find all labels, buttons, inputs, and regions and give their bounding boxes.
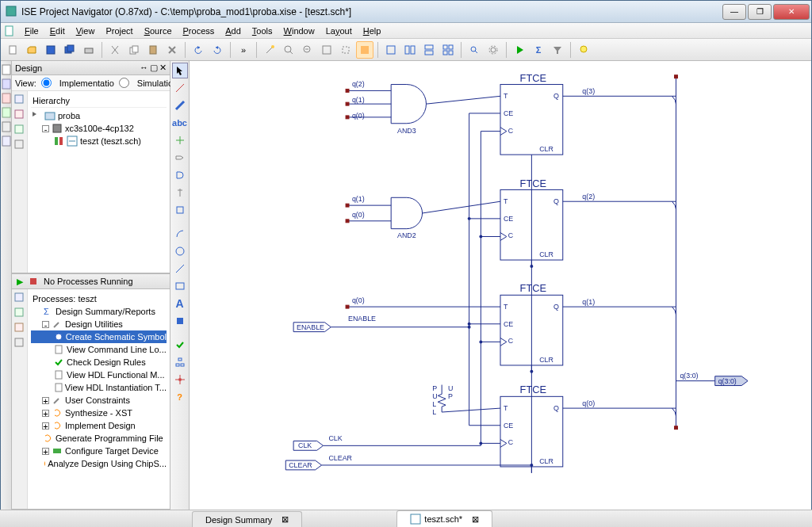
pointer-tool[interactable] <box>172 63 188 78</box>
infotool[interactable]: ? <box>172 389 188 405</box>
tab-doc-schematic[interactable]: teszt.sch*⊠ <box>396 510 492 527</box>
tab-doc-summary[interactable]: Design Summary⊠ <box>192 511 302 527</box>
minimize-button[interactable]: — <box>722 4 746 20</box>
arc-tool[interactable] <box>172 226 188 242</box>
schematic-canvas[interactable]: FTCE T Q CE C CLR FTCE T Q <box>190 61 811 514</box>
menu-edit[interactable]: Edit <box>45 25 70 37</box>
tool5-button[interactable] <box>337 41 354 59</box>
tree-device[interactable]: - xc3s100e-4cp132 <box>31 122 167 135</box>
run-button[interactable] <box>511 41 528 59</box>
hside-icon3[interactable] <box>13 124 26 136</box>
panel-arrows-icon[interactable]: ↔ <box>140 63 148 73</box>
hier-tool[interactable] <box>172 354 188 370</box>
proc-configtarget[interactable]: +Configure Target Device <box>31 445 167 457</box>
net-tool[interactable] <box>172 132 188 148</box>
sim-radio[interactable] <box>119 78 129 88</box>
hside-icon2[interactable] <box>13 109 26 121</box>
panel-close-icon[interactable]: ✕ <box>159 63 167 73</box>
settings-button[interactable] <box>485 41 502 59</box>
probe-tool[interactable] <box>172 372 188 388</box>
proc-summary[interactable]: ΣDesign Summary/Reports <box>31 305 167 318</box>
pside-icon2[interactable] <box>13 307 26 319</box>
redo-button[interactable] <box>209 41 226 59</box>
circle-tool[interactable] <box>172 243 188 259</box>
lbar-icon5[interactable] <box>2 121 11 132</box>
proc-designrules[interactable]: Check Design Rules <box>31 356 167 369</box>
saveall-button[interactable] <box>61 41 79 59</box>
lbar-icon4[interactable] <box>2 107 11 118</box>
paste-button[interactable] <box>144 41 162 59</box>
proc-cmdline[interactable]: View Command Line Lo... <box>31 343 167 356</box>
sum-button[interactable]: Σ <box>530 41 547 59</box>
copy-button[interactable] <box>125 41 143 59</box>
tool4-button[interactable] <box>318 41 335 59</box>
maximize-button[interactable]: ❐ <box>748 4 772 20</box>
proc-analyze[interactable]: Analyze Design Using ChipS... <box>31 457 167 470</box>
symbol-tool[interactable] <box>172 202 188 218</box>
win2-button[interactable] <box>401 41 419 59</box>
open-button[interactable] <box>23 41 40 59</box>
proc-synthesize[interactable]: +Synthesize - XST <box>31 407 167 419</box>
find-button[interactable] <box>465 41 483 59</box>
atext-tool[interactable]: A <box>172 296 188 311</box>
menu-view[interactable]: View <box>71 25 100 37</box>
fill-tool[interactable] <box>172 313 188 329</box>
proc-hdlinst[interactable]: View HDL Instantiation T... <box>31 381 167 394</box>
save-button[interactable] <box>42 41 59 59</box>
tab-close-icon[interactable]: ⊠ <box>282 514 289 525</box>
win4-button[interactable] <box>439 41 457 59</box>
proc-genprog[interactable]: Generate Programming File <box>31 432 167 445</box>
menu-source[interactable]: Source <box>140 25 177 37</box>
lbar-icon1[interactable] <box>2 64 11 75</box>
pside-icon3[interactable] <box>13 322 26 334</box>
gate-tool[interactable] <box>172 167 188 183</box>
cut-button[interactable] <box>106 41 124 59</box>
proc-userconstraints[interactable]: +User Constraints <box>31 394 167 407</box>
delete-button[interactable] <box>163 41 181 59</box>
close-button[interactable]: ✕ <box>773 4 810 20</box>
menu-add[interactable]: Add <box>220 25 246 37</box>
menu-process[interactable]: Process <box>178 25 220 37</box>
power-tool[interactable] <box>172 185 188 200</box>
line-tool[interactable] <box>172 261 188 277</box>
win3-button[interactable] <box>420 41 438 59</box>
win1-button[interactable] <box>382 41 400 59</box>
menu-project[interactable]: Project <box>101 25 137 37</box>
drc-tool[interactable] <box>172 337 188 353</box>
rect-tool[interactable] <box>172 278 188 294</box>
tool6-button[interactable] <box>356 41 373 59</box>
print-button[interactable] <box>80 41 98 59</box>
tree-project[interactable]: proba <box>31 109 167 122</box>
undo-button[interactable] <box>190 41 207 59</box>
tool1-button[interactable] <box>261 41 278 59</box>
lbar-icon2[interactable] <box>2 78 11 90</box>
hside-icon1[interactable] <box>13 94 26 106</box>
menu-window[interactable]: Window <box>279 25 320 37</box>
tree-module[interactable]: teszt (teszt.sch) <box>31 135 167 147</box>
proc-utilities[interactable]: -Design Utilities <box>31 318 167 330</box>
lbar-icon3[interactable] <box>2 93 11 104</box>
bus-tool[interactable] <box>172 97 188 113</box>
tab-close2-icon[interactable]: ⊠ <box>472 514 479 525</box>
impl-radio[interactable] <box>41 78 52 88</box>
panel-pin-icon[interactable]: ▢ <box>150 63 158 73</box>
help-button[interactable] <box>575 41 592 59</box>
filter-button[interactable] <box>549 41 566 59</box>
lbar-icon6[interactable] <box>2 136 11 147</box>
io-tool[interactable] <box>172 150 188 166</box>
proc-implement[interactable]: +Implement Design <box>31 419 167 432</box>
tool2-button[interactable] <box>280 41 297 59</box>
proc-create-symbol[interactable]: Create Schematic Symbol <box>31 330 167 343</box>
pside-icon4[interactable] <box>13 337 26 349</box>
tool3-button[interactable] <box>299 41 316 59</box>
wire-tool[interactable] <box>172 80 188 96</box>
expand-button[interactable]: » <box>235 41 252 59</box>
proc-hdlfunc[interactable]: View HDL Functional M... <box>31 369 167 381</box>
menu-help[interactable]: Help <box>358 25 386 37</box>
stop-icon[interactable] <box>28 276 39 287</box>
new-button[interactable] <box>4 41 21 59</box>
menu-tools[interactable]: Tools <box>247 25 278 37</box>
text-tool[interactable]: abc <box>172 115 188 131</box>
menu-file[interactable]: File <box>20 25 44 37</box>
menu-layout[interactable]: Layout <box>321 25 357 37</box>
